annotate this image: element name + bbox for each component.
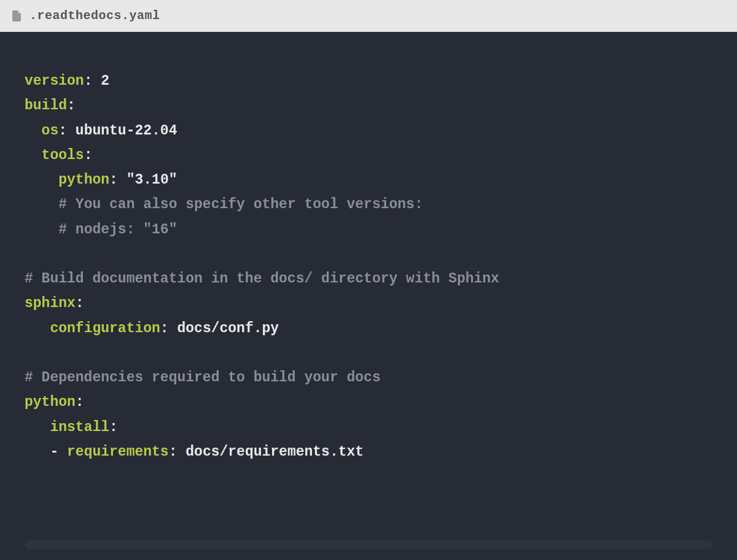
code-line: os: ubuntu-22.04 bbox=[25, 119, 712, 143]
code-token: : bbox=[76, 295, 84, 311]
code-line bbox=[25, 242, 712, 266]
code-token bbox=[118, 172, 127, 188]
file-header: .readthedocs.yaml bbox=[0, 0, 737, 32]
code-line: python: bbox=[25, 390, 712, 414]
code-token bbox=[25, 321, 50, 336]
code-area[interactable]: version: 2build: os: ubuntu-22.04 tools:… bbox=[0, 32, 737, 560]
code-token bbox=[25, 419, 50, 435]
code-line: sphinx: bbox=[25, 291, 712, 316]
code-token: : bbox=[169, 444, 177, 460]
code-line bbox=[25, 341, 712, 365]
code-token: build bbox=[25, 98, 67, 114]
code-line: tools: bbox=[25, 143, 712, 168]
code-token: configuration bbox=[50, 321, 160, 336]
code-token: # nodejs: "16" bbox=[58, 222, 177, 238]
code-token: : bbox=[109, 172, 118, 188]
code-line: # You can also specify other tool versio… bbox=[25, 192, 712, 217]
code-line: python: "3.10" bbox=[25, 168, 712, 192]
code-token: : bbox=[67, 98, 76, 114]
code-token: : bbox=[160, 321, 169, 336]
code-line: # Build documentation in the docs/ direc… bbox=[25, 266, 712, 291]
code-token bbox=[25, 123, 42, 139]
code-token: # Dependencies required to build your do… bbox=[25, 370, 381, 386]
code-token bbox=[25, 222, 58, 238]
code-line: build: bbox=[25, 93, 712, 118]
code-token: version bbox=[25, 73, 84, 89]
code-token: : bbox=[84, 147, 93, 163]
file-icon bbox=[12, 10, 22, 22]
code-token bbox=[25, 147, 42, 163]
code-token: sphinx bbox=[25, 295, 76, 311]
code-token: tools bbox=[42, 147, 84, 163]
code-line: configuration: docs/conf.py bbox=[25, 316, 712, 341]
code-content: version: 2build: os: ubuntu-22.04 tools:… bbox=[25, 69, 712, 464]
code-line: version: 2 bbox=[25, 69, 712, 93]
code-token: : bbox=[84, 73, 93, 89]
code-token: : bbox=[76, 394, 84, 410]
code-token bbox=[25, 345, 33, 361]
code-token bbox=[25, 246, 33, 262]
code-token: python bbox=[58, 172, 109, 188]
code-token: "3.10" bbox=[127, 172, 177, 188]
code-token: : bbox=[58, 123, 67, 139]
code-token: : bbox=[109, 419, 118, 435]
horizontal-scrollbar[interactable] bbox=[25, 540, 712, 549]
code-token: os bbox=[42, 123, 59, 139]
code-token: - bbox=[50, 444, 67, 460]
code-token: install bbox=[50, 419, 109, 435]
code-line: - requirements: docs/requirements.txt bbox=[25, 440, 712, 464]
code-line: # nodejs: "16" bbox=[25, 217, 712, 242]
code-token: docs/conf.py bbox=[169, 321, 279, 336]
code-token bbox=[25, 444, 50, 460]
code-token: 2 bbox=[92, 73, 109, 89]
code-token: python bbox=[25, 394, 76, 410]
code-token bbox=[25, 172, 58, 188]
code-token bbox=[25, 196, 58, 212]
filename: .readthedocs.yaml bbox=[29, 9, 160, 23]
code-token: requirements bbox=[67, 444, 169, 460]
code-token: # You can also specify other tool versio… bbox=[58, 196, 423, 212]
code-line: install: bbox=[25, 415, 712, 440]
code-token: docs/requirements.txt bbox=[177, 444, 364, 460]
code-line: # Dependencies required to build your do… bbox=[25, 365, 712, 390]
code-token: ubuntu-22.04 bbox=[67, 123, 177, 139]
code-token: # Build documentation in the docs/ direc… bbox=[25, 271, 499, 287]
